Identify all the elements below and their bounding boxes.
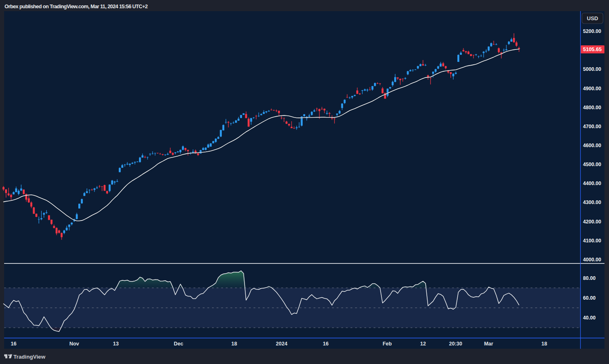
svg-text:18: 18 (231, 341, 237, 347)
svg-text:4500.00: 4500.00 (583, 162, 601, 167)
svg-text:2024: 2024 (276, 341, 287, 347)
svg-text:4400.00: 4400.00 (583, 181, 601, 186)
svg-text:20:30: 20:30 (449, 341, 462, 347)
svg-text:5000.00: 5000.00 (583, 66, 601, 72)
svg-text:4100.00: 4100.00 (583, 238, 601, 244)
svg-text:4200.00: 4200.00 (583, 219, 601, 225)
svg-text:16: 16 (323, 341, 329, 347)
svg-text:13: 13 (113, 341, 119, 347)
svg-text:5105.65: 5105.65 (583, 47, 602, 52)
svg-text:Dec: Dec (174, 341, 183, 347)
svg-text:80.00: 80.00 (583, 275, 596, 281)
svg-text:5200.00: 5200.00 (583, 28, 601, 34)
svg-text:12: 12 (420, 341, 426, 347)
svg-text:USD: USD (587, 15, 598, 21)
svg-text:Orbex published on TradingView: Orbex published on TradingView.com, Mar … (5, 4, 148, 9)
svg-text:TradingView: TradingView (14, 354, 46, 360)
svg-text:Nov: Nov (69, 341, 79, 347)
svg-text:60.00: 60.00 (583, 295, 596, 301)
svg-text:4800.00: 4800.00 (583, 105, 601, 110)
svg-text:4900.00: 4900.00 (583, 86, 601, 92)
svg-text:4000.00: 4000.00 (583, 257, 601, 263)
svg-text:4600.00: 4600.00 (583, 143, 601, 148)
svg-text:Mar: Mar (484, 341, 493, 347)
svg-text:40.00: 40.00 (583, 315, 596, 321)
svg-text:Feb: Feb (383, 341, 392, 347)
svg-text:18: 18 (541, 341, 547, 347)
svg-text:16: 16 (11, 341, 16, 347)
svg-text:4700.00: 4700.00 (583, 124, 601, 129)
svg-text:4300.00: 4300.00 (583, 200, 601, 205)
